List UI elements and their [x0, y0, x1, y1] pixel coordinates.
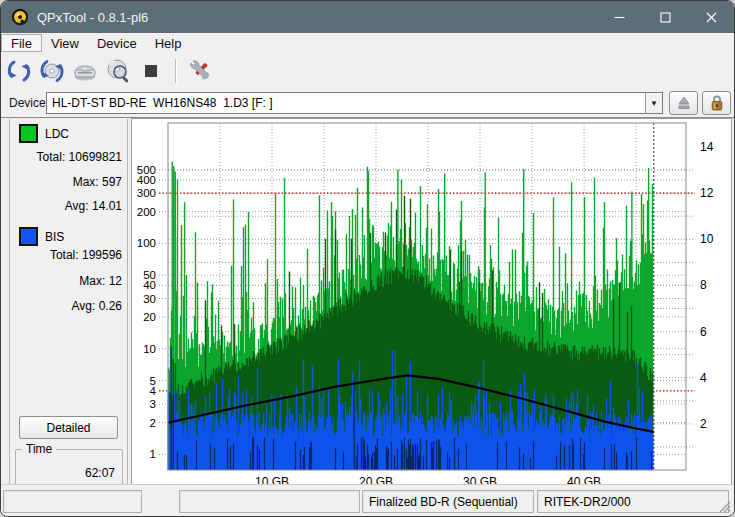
svg-text:8: 8 [700, 278, 707, 292]
tool-bar [1, 53, 734, 89]
ldc-label: LDC [45, 127, 69, 141]
svg-text:30: 30 [143, 293, 156, 305]
svg-text:2: 2 [700, 417, 707, 431]
settings-button[interactable] [186, 56, 216, 86]
lock-icon [709, 94, 725, 112]
chart-widget: 1234510203040501002003004005002468101214… [131, 118, 732, 486]
status-message-panel [179, 490, 360, 513]
bis-total: Total: 199596 [50, 248, 122, 262]
ldc-avg: Avg: 14.01 [65, 199, 122, 213]
svg-text:6: 6 [700, 325, 707, 339]
status-bar: Finalized BD-R (Sequential) RITEK-DR2/00… [1, 484, 734, 516]
scan-disc-button[interactable] [37, 56, 67, 86]
svg-text:100: 100 [137, 237, 156, 249]
svg-text:400: 400 [137, 174, 156, 186]
main-area: LDC Total: 10699821 Max: 597 Avg: 14.01 … [1, 117, 734, 486]
menu-device[interactable]: Device [88, 34, 146, 52]
time-groupbox: Time 62:07 [15, 449, 123, 486]
ldc-total: Total: 10699821 [37, 150, 122, 164]
svg-text:300: 300 [137, 187, 156, 199]
chevron-down-icon[interactable]: ▼ [645, 93, 662, 113]
window-controls [596, 1, 734, 33]
svg-text:5: 5 [150, 375, 156, 387]
maximize-button[interactable] [642, 1, 688, 33]
time-group-label: Time [22, 442, 56, 456]
minimize-icon [614, 12, 625, 23]
bis-max: Max: 12 [79, 274, 122, 288]
device-combobox[interactable]: HL-DT-ST BD-RE WH16NS48 1.D3 [F: ] ▼ [46, 92, 663, 114]
drive-button[interactable] [70, 56, 100, 86]
refresh-disc-icon [39, 58, 65, 84]
svg-text:10: 10 [700, 232, 714, 246]
quality-chart: 1234510203040501002003004005002468101214… [132, 119, 731, 485]
bis-label: BIS [45, 230, 64, 244]
check-quality-button[interactable] [103, 56, 133, 86]
device-value: HL-DT-ST BD-RE WH16NS48 1.D3 [F: ] [52, 96, 273, 110]
app-icon [11, 8, 29, 26]
svg-text:3: 3 [150, 398, 156, 410]
drive-icon [72, 58, 98, 84]
status-progress-panel [3, 490, 142, 513]
svg-text:500: 500 [137, 164, 156, 176]
device-bar: Device: HL-DT-ST BD-RE WH16NS48 1.D3 [F:… [1, 89, 734, 117]
refresh-arrows-icon [6, 58, 32, 84]
menu-help[interactable]: Help [146, 34, 191, 52]
rescan-button[interactable] [4, 56, 34, 86]
menu-view[interactable]: View [42, 34, 88, 52]
ldc-max: Max: 597 [73, 175, 122, 189]
svg-text:4: 4 [150, 385, 157, 397]
bis-color-swatch[interactable] [19, 227, 38, 246]
device-label: Device: [9, 96, 49, 110]
svg-text:12: 12 [700, 186, 714, 200]
ldc-color-swatch[interactable] [19, 124, 38, 143]
menu-bar: File View Device Help [1, 33, 734, 53]
svg-text:200: 200 [137, 206, 156, 218]
title-bar: QPxTool - 0.8.1-pl6 [1, 1, 734, 33]
stats-sidebar: LDC Total: 10699821 Max: 597 Avg: 14.01 … [9, 119, 128, 486]
stop-icon [138, 58, 164, 84]
menu-file[interactable]: File [1, 34, 42, 52]
minimize-button[interactable] [596, 1, 642, 33]
svg-text:50: 50 [143, 269, 156, 281]
status-disc-type: Finalized BD-R (Sequential) [362, 490, 534, 513]
stop-button[interactable] [136, 56, 166, 86]
resize-grip[interactable] [718, 500, 731, 513]
bis-legend: BIS [19, 227, 64, 246]
bis-avg: Avg: 0.26 [72, 299, 122, 313]
svg-text:4: 4 [700, 371, 707, 385]
ldc-legend: LDC [19, 124, 69, 143]
disc-magnifier-icon [104, 57, 132, 85]
toolbar-separator [175, 59, 176, 83]
detailed-button[interactable]: Detailed [19, 416, 118, 439]
svg-text:20: 20 [143, 311, 156, 323]
window-title: QPxTool - 0.8.1-pl6 [37, 10, 148, 25]
eject-icon [676, 95, 692, 111]
svg-text:10: 10 [143, 343, 156, 355]
svg-text:2: 2 [150, 417, 156, 429]
tools-icon [187, 57, 215, 85]
svg-text:40: 40 [143, 279, 156, 291]
status-media-id: RITEK-DR2/000 [537, 490, 729, 513]
maximize-icon [660, 12, 671, 23]
close-icon [706, 12, 717, 23]
app-window: QPxTool - 0.8.1-pl6 File View Device Hel… [0, 0, 735, 517]
close-button[interactable] [688, 1, 734, 33]
time-value: 62:07 [85, 466, 115, 480]
svg-text:1: 1 [150, 448, 156, 460]
svg-text:14: 14 [700, 140, 714, 154]
lock-button[interactable] [702, 91, 731, 115]
eject-button[interactable] [669, 91, 698, 115]
